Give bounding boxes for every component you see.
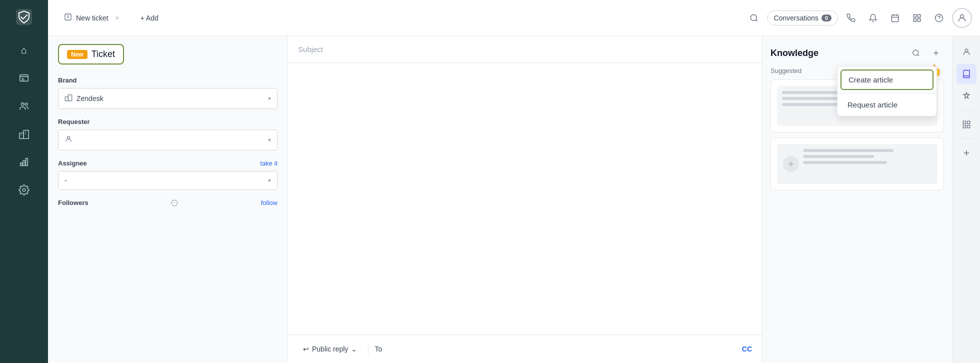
add-button[interactable]: + Add [134,10,164,26]
knowledge-panel: Knowledge Suggested [762,36,952,363]
assignee-chevron-icon: ▾ [268,177,271,184]
sidebar-item-home[interactable]: ⌂ [12,38,36,62]
svg-rect-21 [892,15,898,22]
conversations-count: 0 [822,14,832,22]
far-right-sparkle-icon[interactable] [956,86,976,106]
request-article-button[interactable]: Request article [838,93,936,116]
svg-line-39 [918,54,919,56]
tab-icon [64,13,72,23]
sidebar-item-reports[interactable] [12,150,36,174]
top-header: New ticket × + Add Conversations 0 [48,0,980,36]
new-ticket-badge: New Ticket [58,44,124,64]
conversations-label: Conversations [774,14,818,22]
svg-rect-13 [23,160,25,166]
svg-point-34 [67,136,70,139]
brand-chevron-icon: ▾ [268,95,271,102]
user-avatar-button[interactable] [952,8,972,28]
apps-button[interactable] [908,9,926,27]
followers-label: Followers follow [58,199,278,206]
brand-field-group: Brand Zendesk ▾ [58,76,278,109]
phone-button[interactable] [842,9,860,27]
svg-rect-7 [20,133,24,138]
reply-chevron-icon: ⌄ [351,345,357,353]
far-right-panel [952,36,980,363]
knowledge-dropdown: Create article Request article [837,66,937,116]
brand-label: Brand [58,76,278,84]
knowledge-title: Knowledge [770,48,904,58]
reply-icon: ↩ [303,345,309,353]
brand-value: Zendesk [76,94,264,102]
svg-rect-28 [918,18,920,21]
reply-label: Public reply [312,345,348,353]
sidebar-item-settings[interactable] [12,178,36,202]
subject-input[interactable]: Subject [288,36,762,63]
calendar-button[interactable] [886,9,904,27]
svg-point-6 [25,103,28,106]
far-right-knowledge-icon[interactable] [956,64,976,84]
svg-point-15 [22,188,26,192]
brand-icon [64,94,72,104]
svg-rect-25 [914,14,916,17]
notifications-button[interactable] [864,9,882,27]
far-right-add-icon[interactable] [956,143,976,163]
subject-placeholder: Subject [298,45,323,54]
requester-label: Requester [58,118,278,126]
sidebar-item-users[interactable] [12,94,36,118]
reply-button[interactable]: ↩ Public reply ⌄ [298,342,362,356]
message-area[interactable] [288,63,762,334]
article-card-2[interactable] [770,138,944,190]
assignee-select[interactable]: - ▾ [58,171,278,190]
brand-select[interactable]: Zendesk ▾ [58,88,278,109]
main-content: New ticket × + Add Conversations 0 [48,0,980,363]
svg-rect-44 [963,121,966,124]
knowledge-add-button[interactable] [928,45,944,61]
far-right-user-icon[interactable] [956,42,976,62]
svg-rect-1 [20,75,28,82]
new-ticket-header: New Ticket [48,36,288,72]
left-panel: New Ticket Brand [48,36,288,363]
requester-icon [64,135,72,145]
svg-rect-14 [26,158,28,166]
svg-rect-8 [24,130,28,139]
far-right-separator-2 [958,138,974,139]
svg-point-19 [751,14,757,20]
knowledge-header: Knowledge [762,36,952,67]
create-article-button[interactable]: Create article [840,70,934,90]
svg-rect-45 [967,121,970,124]
requester-field-group: Requester ▾ [58,118,278,150]
svg-rect-46 [963,126,966,128]
article-icon [783,156,799,172]
far-right-separator [958,110,974,110]
svg-point-38 [913,50,918,56]
new-badge: New [67,50,88,59]
assignee-field-group: Assignee take it - ▾ [58,160,278,190]
help-button[interactable] [930,9,948,27]
search-button[interactable] [745,9,763,27]
followers-field-group: Followers follow [58,199,278,206]
to-label: To [374,345,382,353]
logo[interactable] [13,6,35,28]
requester-select[interactable]: ▾ [58,130,278,150]
conversations-badge[interactable]: Conversations 0 [767,10,838,26]
assignee-value: - [64,176,264,184]
svg-rect-32 [65,97,68,101]
tab-close-button[interactable]: × [112,13,122,23]
svg-rect-47 [967,126,970,128]
new-ticket-tab[interactable]: New ticket × [56,9,130,27]
svg-rect-26 [918,14,920,17]
tab-label: New ticket [76,14,108,22]
sidebar-item-organizations[interactable] [12,122,36,146]
sidebar-nav: ⌂ [0,0,48,363]
svg-point-31 [960,14,964,18]
take-it-link[interactable]: take it [260,160,278,167]
cc-button[interactable]: CC [742,345,752,353]
ticket-label: Ticket [92,49,115,60]
add-label: + Add [140,14,158,22]
svg-line-20 [756,20,758,21]
svg-rect-33 [68,95,72,101]
sidebar-item-tickets[interactable] [12,66,36,90]
follow-link[interactable]: follow [261,199,278,206]
far-right-grid-icon[interactable] [956,114,976,134]
svg-point-42 [790,163,792,166]
knowledge-search-button[interactable] [908,45,924,61]
